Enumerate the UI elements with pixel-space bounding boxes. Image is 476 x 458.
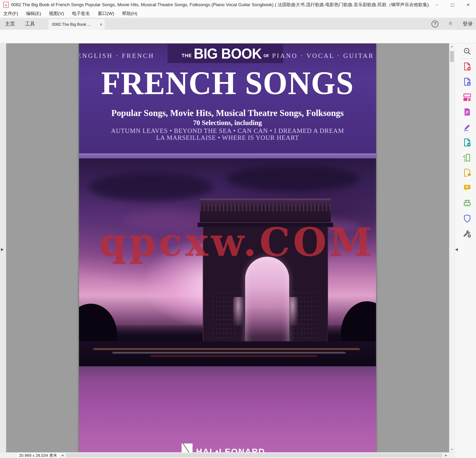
cover-subtitle: Popular Songs, Movie Hits, Musical Theat… (79, 108, 376, 118)
arc-de-triomphe-photo (79, 158, 376, 366)
tab-document[interactable]: 0082.The Big Book ... × (49, 19, 105, 30)
tab-document-label: 0082.The Big Book ... (52, 22, 98, 27)
pdf-page[interactable]: ENGLISH · FRENCH THE BIG BOOK OF PIANO ·… (79, 43, 376, 452)
logo-the: THE (182, 53, 192, 58)
window-title: 0082.The Big Book of French Songs Popula… (11, 2, 430, 8)
vertical-scrollbar[interactable]: ▲ ▼ (449, 43, 454, 452)
scroll-up-icon[interactable]: ▲ (449, 43, 455, 49)
request-signatures-icon[interactable] (463, 168, 472, 177)
tab-bar: 主页 工具 0082.The Big Book ... × ? 登录 (0, 18, 476, 30)
horizontal-scrollbar[interactable]: 20.969 x 28.034 厘米 ◀ ▶ (0, 452, 454, 458)
arc-statue (233, 297, 244, 326)
scroll-right-icon[interactable]: ▶ (443, 452, 449, 458)
maximize-button[interactable]: ▢ (445, 0, 460, 9)
arc-cornice (197, 222, 333, 227)
big-book-logo: THE BIG BOOK OF (168, 43, 283, 63)
more-tools-icon[interactable] (463, 229, 472, 238)
logo-of: OF (264, 54, 269, 58)
traffic-light-streak (93, 348, 360, 350)
tab-home[interactable]: 主页 (2, 18, 18, 30)
cover-selections: 70 Selections, including (79, 119, 376, 127)
street (79, 341, 376, 366)
cover-language-label: ENGLISH · FRENCH (79, 52, 154, 60)
create-pdf-icon[interactable] (463, 62, 472, 71)
arc-frieze (200, 204, 331, 211)
cover-title: FRENCH SONGS (79, 67, 376, 99)
hal-leonard-logo (182, 443, 193, 452)
share-pdf-icon[interactable] (463, 138, 472, 147)
cover-header: ENGLISH · FRENCH THE BIG BOOK OF PIANO ·… (79, 43, 376, 153)
logo-big-book: BIG BOOK (194, 45, 262, 62)
protect-pdf-icon[interactable] (463, 214, 472, 223)
menu-file[interactable]: 文件(F) (3, 10, 18, 17)
cover-songs-line2: LA MARSEILLAISE • WHERE IS YOUR HEART (79, 134, 376, 141)
convert-pdf-icon[interactable] (463, 107, 472, 116)
cloud (89, 173, 212, 201)
close-button[interactable]: ✕ (460, 0, 476, 9)
pdf-file-icon (3, 2, 8, 8)
cloud (227, 165, 360, 192)
fill-sign-tool-icon[interactable] (463, 123, 472, 132)
notifications-bell-icon[interactable] (447, 21, 454, 27)
menu-help[interactable]: 帮助(H) (122, 10, 137, 17)
comment-tool-icon[interactable] (463, 183, 472, 192)
menu-edit[interactable]: 编辑(E) (26, 10, 41, 17)
menu-view[interactable]: 视图(V) (49, 10, 64, 17)
menu-esign[interactable]: 电子签名 (72, 10, 90, 17)
help-icon[interactable]: ? (432, 20, 438, 27)
document-canvas[interactable]: ENGLISH · FRENCH THE BIG BOOK OF PIANO ·… (6, 43, 449, 452)
menu-bar: 文件(F) 编辑(E) 视图(V) 电子签名 窗口(W) 帮助(H) (0, 9, 476, 18)
title-bar: 0082.The Big Book of French Songs Popula… (0, 0, 476, 9)
window-controls: – ▢ ✕ (429, 0, 476, 9)
tab-close-icon[interactable]: × (100, 22, 102, 27)
cover-songs-line1: AUTUMN LEAVES • BEYOND THE SEA • CAN CAN… (79, 127, 376, 135)
vertical-scrollbar-thumb[interactable] (450, 51, 454, 62)
tools-pane-toggle-icon[interactable]: ◀ (455, 247, 458, 251)
traffic-light-streak (150, 355, 317, 356)
organize-pages-icon[interactable] (463, 153, 472, 162)
horizontal-scrollbar-thumb[interactable] (66, 453, 442, 457)
sign-in-button[interactable]: 登录 (463, 20, 473, 27)
search-tool-icon[interactable] (463, 47, 472, 56)
menu-window[interactable]: 窗口(W) (98, 10, 114, 17)
page-size-status: 20.969 x 28.034 厘米 (17, 453, 59, 458)
traffic-light-streak (112, 352, 346, 353)
scroll-left-icon[interactable]: ◀ (60, 452, 65, 458)
acrobat-window: 0082.The Big Book of French Songs Popula… (0, 0, 476, 458)
minimize-button[interactable]: – (429, 0, 445, 9)
cover-footer-band: HAL•LEONARD (79, 366, 376, 452)
cover-divider-band (79, 153, 376, 158)
scroll-down-icon[interactable]: ▼ (449, 447, 455, 452)
arc-monument (197, 195, 333, 356)
left-panel-strip: ▶ (0, 43, 6, 452)
tab-bar-right: ? 登录 (432, 18, 473, 30)
tab-tools[interactable]: 工具 (22, 18, 38, 30)
tools-pane: ◀ (454, 43, 476, 458)
toolbar: 1 / 298 114% ▾ ▾ (0, 30, 476, 43)
edit-pdf-icon[interactable] (463, 92, 472, 102)
hal-leonard-text: HAL•LEONARD (196, 447, 265, 452)
tools-divider (461, 59, 473, 59)
left-panel-toggle-icon[interactable]: ▶ (1, 247, 4, 251)
scan-ocr-icon[interactable] (463, 199, 472, 208)
export-pdf-icon[interactable] (463, 77, 472, 86)
cover-instrument-label: PIANO · VOCAL · GUITAR (272, 52, 374, 60)
